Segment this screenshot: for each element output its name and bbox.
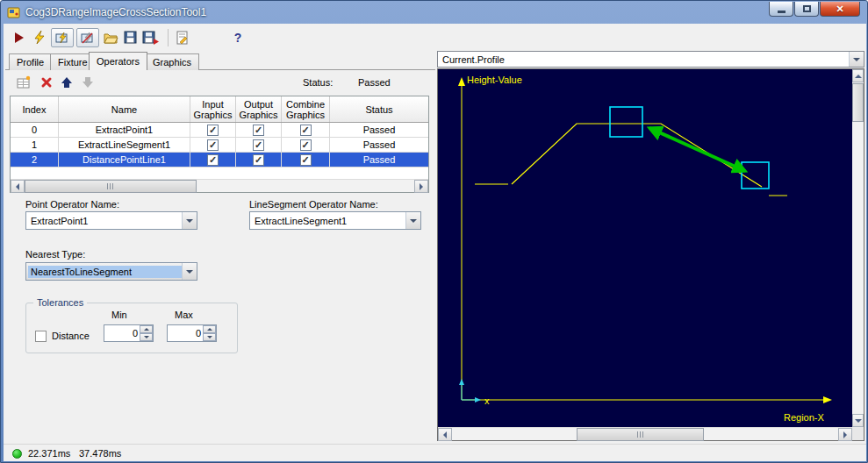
header-status[interactable]: Status bbox=[330, 96, 428, 122]
dropdown-button[interactable] bbox=[405, 212, 420, 229]
down-arrow-icon bbox=[144, 336, 149, 338]
spin-up-button[interactable] bbox=[140, 325, 153, 333]
header-index[interactable]: Index bbox=[11, 96, 59, 122]
combine-graphics-checkbox[interactable]: ✓ bbox=[300, 139, 312, 151]
up-arrow-icon bbox=[207, 328, 212, 331]
scroll-right-button[interactable] bbox=[414, 180, 428, 193]
min-spinner[interactable]: 0 bbox=[104, 324, 154, 342]
help-icon[interactable]: ? bbox=[229, 29, 247, 46]
max-spinner[interactable]: 0 bbox=[167, 324, 217, 342]
minimize-icon bbox=[778, 11, 786, 13]
input-graphics-checkbox[interactable]: ✓ bbox=[207, 139, 219, 151]
display-hscrollbar[interactable] bbox=[438, 427, 852, 440]
minimize-button[interactable] bbox=[769, 2, 793, 17]
open-file-icon[interactable] bbox=[102, 29, 119, 46]
scroll-down-button[interactable] bbox=[852, 414, 864, 427]
tab-profile[interactable]: Profile bbox=[9, 53, 52, 70]
min-value: 0 bbox=[104, 328, 138, 338]
max-value: 0 bbox=[168, 328, 201, 338]
save-as-icon[interactable] bbox=[142, 29, 160, 46]
cell-name: ExtractPoint1 bbox=[59, 123, 190, 137]
header-input-graphics[interactable]: Input Graphics bbox=[190, 96, 236, 122]
table-row[interactable]: 1 ExtractLineSegment1 ✓ ✓ ✓ Passed bbox=[11, 138, 428, 153]
client-area: ? Profile Fixture Operators Graphics Sta… bbox=[4, 24, 866, 461]
maximize-button[interactable] bbox=[794, 2, 819, 17]
window-icon bbox=[7, 5, 21, 19]
right-arrow-icon bbox=[420, 183, 423, 190]
output-graphics-checkbox[interactable]: ✓ bbox=[253, 154, 264, 166]
spin-up-button[interactable] bbox=[203, 325, 216, 333]
scrollbar-thumb[interactable] bbox=[25, 180, 197, 193]
delete-operator-button[interactable] bbox=[39, 75, 54, 90]
input-graphics-checkbox[interactable]: ✓ bbox=[207, 154, 219, 166]
input-graphics-checkbox[interactable]: ✓ bbox=[207, 125, 219, 136]
cell-name: DistancePointLine1 bbox=[59, 153, 190, 167]
maximize-icon bbox=[803, 5, 811, 12]
total-time: 37.478ms bbox=[79, 448, 121, 459]
operator-table: Index Name Input Graphics Output Graphic… bbox=[10, 96, 429, 193]
profile-canvas[interactable]: Height-Value Region-X x bbox=[438, 69, 852, 427]
scrollbar-thumb[interactable] bbox=[577, 428, 704, 441]
tolerances-group-label: Tolerances bbox=[33, 297, 87, 308]
header-name[interactable]: Name bbox=[59, 96, 190, 122]
profile-selector-value: Current.Profile bbox=[438, 54, 849, 65]
display-vscrollbar[interactable] bbox=[852, 69, 864, 427]
min-label: Min bbox=[111, 310, 127, 320]
status-label: Status: bbox=[303, 77, 333, 88]
status-bar: 22.371ms 37.478ms bbox=[4, 444, 866, 461]
electric-run-off-button[interactable] bbox=[76, 28, 99, 47]
dropdown-button[interactable] bbox=[182, 212, 197, 229]
run-electric-button[interactable] bbox=[31, 29, 48, 46]
right-arrow-icon bbox=[843, 431, 847, 438]
combine-graphics-checkbox[interactable]: ✓ bbox=[300, 125, 312, 136]
scroll-left-button[interactable] bbox=[11, 180, 25, 193]
table-header-row: Index Name Input Graphics Output Graphic… bbox=[11, 96, 428, 123]
table-row-selected[interactable]: 2 DistancePointLine1 ✓ ✓ ✓ Passed bbox=[11, 153, 428, 167]
status-value: Passed bbox=[358, 77, 391, 88]
grip-icon bbox=[637, 431, 644, 438]
cell-output-graphics: ✓ bbox=[236, 153, 282, 167]
cell-status: Passed bbox=[330, 123, 428, 137]
dropdown-button[interactable] bbox=[849, 52, 864, 67]
output-graphics-checkbox[interactable]: ✓ bbox=[253, 139, 264, 151]
cell-output-graphics: ✓ bbox=[236, 123, 282, 137]
max-label: Max bbox=[175, 310, 193, 320]
y-axis-label: Height-Value bbox=[467, 75, 522, 85]
move-operator-down-button[interactable] bbox=[80, 75, 96, 90]
header-output-graphics[interactable]: Output Graphics bbox=[236, 96, 282, 122]
combine-graphics-checkbox[interactable]: ✓ bbox=[300, 154, 312, 166]
run-button[interactable] bbox=[11, 29, 28, 46]
grid-hscrollbar[interactable] bbox=[11, 179, 428, 192]
spin-down-button[interactable] bbox=[203, 333, 216, 341]
distance-checkbox[interactable] bbox=[35, 331, 47, 342]
title-bar[interactable]: Cog3DRangeImageCrossSectionTool1 ✕ bbox=[1, 1, 867, 24]
nearest-type-value: NearestToLineSegment bbox=[28, 266, 182, 278]
scrollbar-thumb[interactable] bbox=[852, 83, 864, 122]
scrollbar-corner bbox=[852, 427, 864, 440]
electric-run-on-button[interactable] bbox=[51, 28, 74, 47]
save-icon[interactable] bbox=[122, 29, 140, 46]
cell-index: 0 bbox=[11, 123, 59, 137]
output-graphics-checkbox[interactable]: ✓ bbox=[253, 125, 264, 136]
scroll-left-button[interactable] bbox=[438, 428, 452, 441]
point-operator-combo[interactable]: ExtractPoint1 bbox=[25, 211, 197, 230]
linesegment-operator-combo[interactable]: ExtractLineSegment1 bbox=[249, 211, 421, 230]
nearest-type-combo[interactable]: NearestToLineSegment bbox=[25, 262, 197, 281]
scroll-up-button[interactable] bbox=[852, 69, 864, 82]
profile-display: Height-Value Region-X x bbox=[437, 68, 864, 441]
move-operator-up-button[interactable] bbox=[59, 75, 75, 90]
tab-operators[interactable]: Operators bbox=[89, 52, 147, 70]
close-icon: ✕ bbox=[836, 4, 843, 15]
signature-icon[interactable] bbox=[174, 29, 191, 46]
cell-input-graphics: ✓ bbox=[190, 138, 236, 152]
tab-graphics[interactable]: Graphics bbox=[145, 53, 199, 70]
dropdown-button[interactable] bbox=[182, 263, 197, 280]
profile-selector-combo[interactable]: Current.Profile bbox=[437, 51, 864, 68]
table-row[interactable]: 0 ExtractPoint1 ✓ ✓ ✓ Passed bbox=[11, 123, 428, 138]
close-button[interactable]: ✕ bbox=[820, 2, 860, 17]
spin-down-button[interactable] bbox=[140, 333, 153, 341]
scroll-right-button[interactable] bbox=[838, 428, 852, 441]
header-combine-graphics[interactable]: Combine Graphics bbox=[282, 96, 330, 122]
add-operator-button[interactable] bbox=[16, 75, 32, 90]
chevron-down-icon bbox=[853, 58, 860, 61]
